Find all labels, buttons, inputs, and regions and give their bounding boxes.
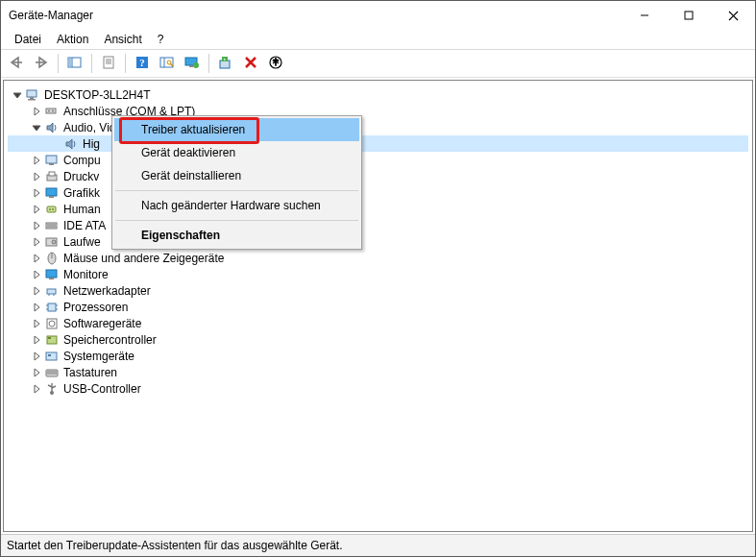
svg-marker-66: [35, 303, 39, 311]
monitor-icon: [184, 56, 200, 72]
tree-category-label: Human: [63, 203, 101, 216]
context-menu-item[interactable]: Treiber aktualisieren: [114, 118, 359, 141]
toolbar-separator: [125, 54, 126, 73]
forward-button[interactable]: [30, 52, 53, 75]
chevron-right-icon[interactable]: [31, 319, 42, 328]
svg-marker-31: [35, 108, 39, 115]
menu-view[interactable]: Ansicht: [96, 31, 149, 48]
update-driver-button[interactable]: [264, 52, 287, 75]
tree-category[interactable]: Speichercontroller: [8, 331, 748, 348]
svg-marker-59: [35, 271, 39, 278]
chevron-down-icon[interactable]: [12, 90, 23, 100]
tree-category[interactable]: Softwaregeräte: [8, 315, 748, 331]
chevron-right-icon[interactable]: [31, 270, 42, 279]
tree-category[interactable]: USB-Controller: [8, 380, 748, 397]
chevron-right-icon[interactable]: [31, 237, 42, 247]
svg-rect-79: [46, 352, 57, 360]
svg-marker-81: [35, 369, 39, 376]
device-manager-window: Geräte-Manager Datei Aktion Ansicht ? ?: [0, 0, 756, 557]
svg-point-47: [49, 208, 51, 210]
tree-category-label: Systemgeräte: [63, 350, 134, 363]
tree-category[interactable]: Tastaturen: [8, 364, 748, 380]
tree-category-label: Compu: [63, 154, 101, 167]
enable-device-icon: [219, 56, 232, 72]
tree-category[interactable]: Mäuse und andere Zeigegeräte: [8, 250, 748, 266]
tree-category[interactable]: Netzwerkadapter: [8, 282, 748, 299]
close-button[interactable]: [711, 1, 755, 30]
chevron-right-icon[interactable]: [31, 156, 42, 165]
tree-category[interactable]: Monitore: [8, 266, 748, 282]
svg-rect-22: [220, 61, 230, 68]
properties-button[interactable]: [97, 52, 120, 75]
show-hide-tree-button[interactable]: [63, 52, 86, 75]
ide-icon: [44, 218, 60, 233]
chevron-right-icon[interactable]: [31, 254, 42, 263]
chevron-right-icon[interactable]: [31, 351, 42, 361]
svg-rect-38: [49, 163, 54, 165]
disable-device-button[interactable]: [239, 52, 262, 75]
context-menu-item[interactable]: Nach geänderter Hardware suchen: [114, 194, 359, 217]
usb-icon: [44, 381, 60, 397]
svg-rect-61: [49, 278, 54, 279]
system-icon: [44, 349, 60, 364]
menu-action[interactable]: Aktion: [49, 31, 96, 48]
maximize-button[interactable]: [667, 1, 711, 30]
tree-category[interactable]: Systemgeräte: [8, 348, 748, 364]
svg-rect-63: [47, 289, 56, 294]
chevron-right-icon[interactable]: [31, 303, 42, 312]
chevron-right-icon[interactable]: [31, 188, 42, 198]
svg-rect-80: [48, 354, 51, 356]
chevron-right-icon[interactable]: [31, 286, 42, 296]
toolbar-separator: [91, 54, 92, 73]
svg-rect-60: [46, 270, 57, 278]
cpu-icon: [44, 300, 60, 315]
menubar: Datei Aktion Ansicht ?: [1, 30, 755, 50]
tree-category-label: Druckv: [63, 170, 99, 183]
chevron-right-icon[interactable]: [31, 205, 42, 214]
menu-file[interactable]: Datei: [7, 31, 49, 48]
forward-icon: [34, 56, 49, 72]
tree-category-label: USB-Controller: [63, 382, 141, 396]
tree-category-label: Mäuse und andere Zeigegeräte: [63, 252, 224, 265]
context-menu-item-label: Eigenschaften: [141, 229, 220, 242]
svg-marker-62: [35, 287, 39, 295]
tree-category[interactable]: Prozessoren: [8, 299, 748, 315]
context-menu-item[interactable]: Gerät deinstallieren: [114, 164, 359, 187]
svg-rect-30: [28, 99, 36, 101]
context-menu-separator: [115, 220, 358, 221]
chevron-right-icon[interactable]: [31, 335, 42, 345]
monitor-button[interactable]: [181, 52, 204, 75]
svg-point-34: [52, 109, 54, 111]
svg-marker-35: [33, 126, 40, 131]
toolbar: ?: [1, 50, 755, 78]
svg-rect-46: [47, 206, 56, 212]
context-menu-item-label: Gerät deinstallieren: [141, 169, 241, 182]
back-button[interactable]: [5, 52, 28, 75]
software-icon: [44, 316, 60, 331]
svg-rect-77: [48, 337, 51, 339]
svg-point-21: [193, 62, 199, 68]
chevron-right-icon[interactable]: [31, 368, 42, 377]
svg-rect-29: [30, 97, 34, 99]
chevron-right-icon[interactable]: [31, 221, 42, 230]
scan-icon: [159, 56, 175, 72]
chevron-right-icon[interactable]: [31, 172, 42, 182]
svg-point-48: [52, 208, 54, 210]
device-tree-panel: DESKTOP-3LL2H4TAnschlüsse (COM & LPT)Aud…: [3, 80, 753, 532]
menu-help[interactable]: ?: [150, 31, 172, 48]
tree-category-label: Netzwerkadapter: [63, 284, 151, 298]
chevron-right-icon[interactable]: [31, 384, 42, 394]
show-hide-tree-icon: [67, 56, 83, 72]
network-icon: [44, 283, 60, 299]
context-menu-item-label: Gerät deaktivieren: [141, 146, 235, 159]
context-menu-item[interactable]: Gerät deaktivieren: [114, 141, 359, 164]
tree-category-label: Tastaturen: [63, 366, 117, 379]
help-button[interactable]: ?: [131, 52, 154, 75]
chevron-right-icon[interactable]: [31, 107, 42, 116]
chevron-down-icon[interactable]: [31, 123, 42, 133]
tree-root[interactable]: DESKTOP-3LL2H4T: [8, 86, 748, 103]
enable-device-button[interactable]: [214, 52, 237, 75]
context-menu-item[interactable]: Eigenschaften: [114, 224, 359, 247]
minimize-button[interactable]: [622, 1, 667, 30]
scan-hardware-button[interactable]: [156, 52, 179, 75]
